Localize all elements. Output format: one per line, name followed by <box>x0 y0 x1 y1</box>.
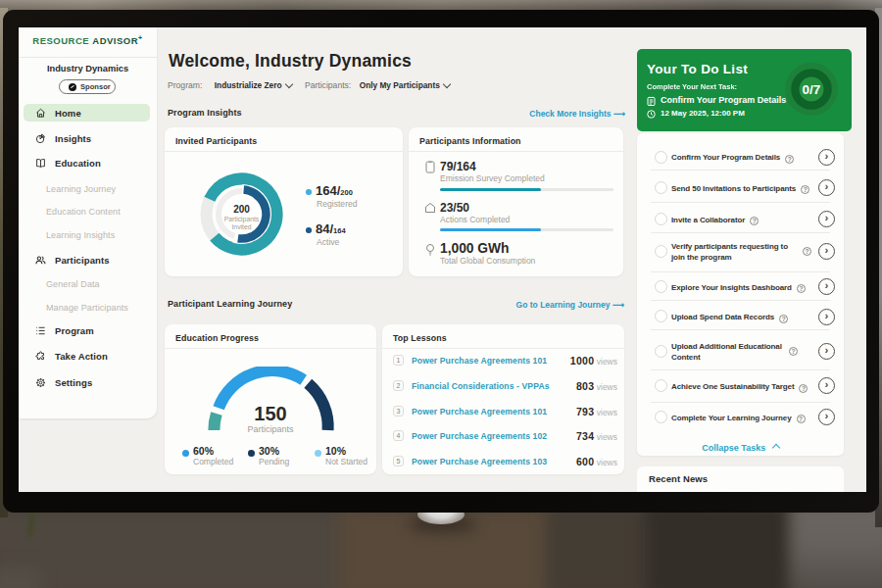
svg-text:0/7: 0/7 <box>803 82 821 97</box>
